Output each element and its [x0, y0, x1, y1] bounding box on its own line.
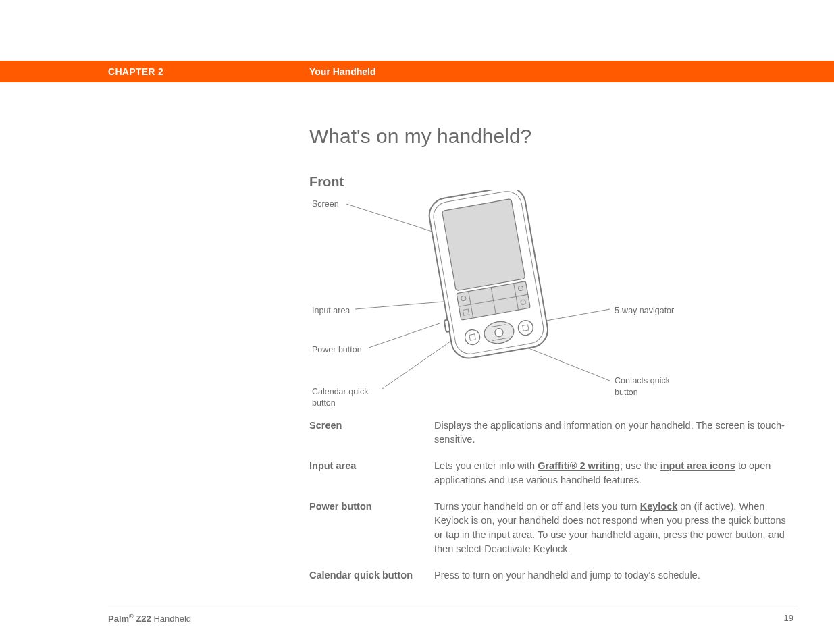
header-subtitle: Your Handheld — [309, 66, 376, 77]
footer-product: Palm® Z22 Handheld — [108, 613, 191, 624]
device-illustration — [309, 190, 796, 413]
definition-description: Lets you enter info with Graffiti® 2 wri… — [434, 459, 797, 487]
inline-link[interactable]: input area icons — [660, 460, 735, 471]
callout-power-button: Power button — [312, 344, 362, 356]
svg-line-3 — [382, 338, 455, 389]
page: CHAPTER 2 Your Handheld What's on my han… — [0, 0, 834, 644]
definition-row: Power buttonTurns your handheld on or of… — [309, 500, 797, 556]
definition-description: Displays the applications and informatio… — [434, 419, 797, 447]
definition-row: ScreenDisplays the applications and info… — [309, 419, 797, 447]
definition-row: Input areaLets you enter info with Graff… — [309, 459, 797, 487]
svg-rect-9 — [442, 198, 525, 290]
callout-calendar-quick: Calendar quick button — [312, 386, 386, 409]
definition-term: Calendar quick button — [309, 568, 434, 583]
callout-5way-navigator: 5-way navigator — [615, 305, 674, 317]
definitions-list: ScreenDisplays the applications and info… — [309, 419, 797, 595]
definition-term: Power button — [309, 500, 434, 556]
callout-input-area: Input area — [312, 305, 350, 317]
callout-screen: Screen — [312, 198, 339, 210]
callout-contacts-quick: Contacts quick button — [615, 375, 689, 398]
definition-term: Input area — [309, 459, 434, 487]
section-heading-front: Front — [309, 174, 344, 190]
svg-line-2 — [369, 323, 440, 348]
page-title: What's on my handheld? — [309, 125, 531, 148]
chapter-label: CHAPTER 2 — [108, 66, 163, 77]
definition-row: Calendar quick buttonPress to turn on yo… — [309, 568, 797, 583]
front-diagram: Screen Input area Power button Calendar … — [309, 190, 796, 413]
definition-description: Press to turn on your handheld and jump … — [434, 568, 797, 583]
page-number: 19 — [784, 613, 793, 623]
footer-rule — [108, 608, 796, 608]
definition-term: Screen — [309, 419, 434, 447]
definition-description: Turns your handheld on or off and lets y… — [434, 500, 797, 556]
inline-link[interactable]: Graffiti® 2 writing — [538, 460, 620, 471]
inline-link[interactable]: Keylock — [640, 501, 678, 512]
